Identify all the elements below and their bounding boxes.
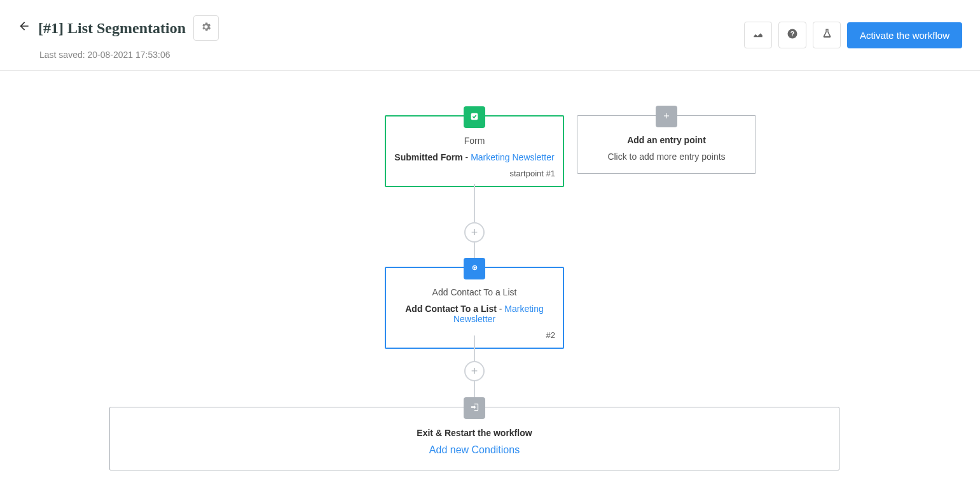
node-form[interactable]: Form Submitted Form - Marketing Newslett…: [385, 115, 564, 187]
plus-icon: [662, 111, 671, 122]
settings-button[interactable]: [193, 15, 219, 41]
back-arrow-icon[interactable]: [18, 20, 31, 36]
last-saved-text: Last saved: 20-08-2021 17:53:06: [39, 50, 219, 60]
node-form-subtitle: Submitted Form - Marketing Newsletter: [394, 152, 555, 162]
add-step-button-2[interactable]: +: [464, 361, 485, 381]
stats-button[interactable]: [744, 22, 772, 48]
add-step-button-1[interactable]: +: [464, 222, 485, 243]
help-button[interactable]: ?: [778, 22, 806, 48]
workflow-canvas[interactable]: Form Submitted Form - Marketing Newslett…: [0, 71, 980, 484]
help-icon: ?: [787, 28, 798, 43]
node-addlist-subtitle: Add Contact To a List - Marketing Newsle…: [394, 304, 555, 324]
exit-icon: [470, 402, 480, 414]
page-title: [#1] List Segmentation: [38, 20, 186, 37]
node-form-link[interactable]: Marketing Newsletter: [471, 152, 555, 162]
test-button[interactable]: [813, 22, 841, 48]
plus-icon: +: [471, 365, 478, 378]
node-exit[interactable]: Exit & Restart the workflow Add new Cond…: [109, 407, 839, 470]
node-addlist-title: Add Contact To a List: [394, 287, 555, 297]
add-user-icon: [470, 263, 480, 274]
header-left: [#1] List Segmentation Last saved: 20-08…: [18, 15, 219, 60]
connector-line: [474, 335, 475, 362]
gear-icon: [200, 21, 212, 36]
header-right: ? Activate the workflow: [744, 22, 962, 48]
header: [#1] List Segmentation Last saved: 20-08…: [0, 0, 980, 71]
header-title-row: [#1] List Segmentation: [18, 15, 219, 41]
connector-line: [474, 184, 475, 222]
svg-text:?: ?: [790, 29, 794, 37]
node-entry-desc: Click to add more entry points: [585, 152, 748, 162]
flask-icon: [822, 28, 832, 42]
form-icon: [469, 111, 480, 124]
node-exit-title: Exit & Restart the workflow: [118, 428, 831, 438]
node-add-entry[interactable]: Add an entry point Click to add more ent…: [577, 115, 756, 174]
canvas-inner: Form Submitted Form - Marketing Newslett…: [0, 71, 980, 484]
addlist-badge: [464, 258, 485, 279]
node-form-title: Form: [394, 136, 555, 146]
node-entry-title: Add an entry point: [585, 135, 748, 145]
node-exit-link[interactable]: Add new Conditions: [429, 444, 520, 455]
node-form-action: Submitted Form: [394, 152, 462, 162]
form-badge: [464, 106, 485, 128]
chart-icon: [752, 28, 764, 43]
exit-badge: [464, 397, 485, 419]
node-addlist-action: Add Contact To a List: [405, 304, 497, 314]
node-form-footer: startpoint #1: [394, 169, 555, 178]
plus-icon: +: [471, 226, 478, 239]
entry-badge: [656, 106, 677, 127]
activate-button[interactable]: Activate the workflow: [847, 22, 962, 48]
